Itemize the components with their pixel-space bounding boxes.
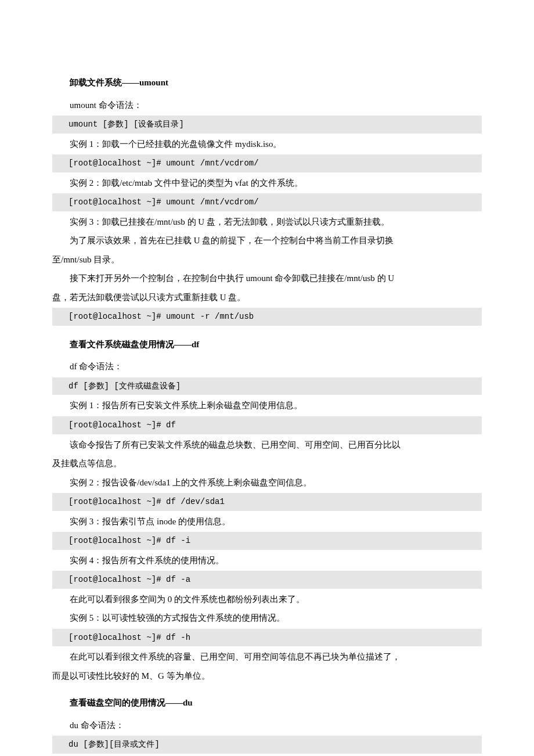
code-block: [root@localhost ~]# df -i — [52, 532, 482, 550]
code-block: [root@localhost ~]# df /dev/sda1 — [52, 493, 482, 511]
paragraph: 实例 5：以可读性较强的方式报告文件系统的使用情况。 — [52, 610, 482, 627]
text: 在此可以看到很文件系统的容量、已用空间、可用空间等信息不再已块为单位描述了， — [70, 652, 400, 661]
text: 接下来打开另外一个控制台，在控制台中执行 umount 命令卸载已挂接在/mnt… — [70, 273, 394, 283]
heading-df: 查看文件系统磁盘使用情况——df — [52, 336, 482, 353]
paragraph: umount 命令语法： — [52, 97, 482, 114]
paragraph: du 命令语法： — [52, 717, 482, 734]
paragraph: 实例 1：报告所有已安装文件系统上剩余磁盘空间使用信息。 — [52, 397, 482, 414]
paragraph: 至/mnt/sub 目录。 — [52, 251, 482, 268]
paragraph: 盘，若无法卸载便尝试以只读方式重新挂载 U 盘。 — [52, 289, 482, 306]
code-block: [root@localhost ~]# df -h — [52, 629, 482, 647]
paragraph: df 命令语法： — [52, 358, 482, 375]
paragraph: 实例 2：卸载/etc/mtab 文件中登记的类型为 vfat 的文件系统。 — [52, 175, 482, 192]
paragraph: 实例 3：卸载已挂接在/mnt/usb 的 U 盘，若无法卸载，则尝试以只读方式… — [52, 214, 482, 231]
paragraph: 实例 4：报告所有文件系统的使用情况。 — [52, 552, 482, 569]
document-page: 卸载文件系统——umount umount 命令语法： umount [参数] … — [0, 0, 534, 756]
paragraph: 及挂载点等信息。 — [52, 455, 482, 472]
heading-du: 查看磁盘空间的使用情况——du — [52, 694, 482, 711]
paragraph: 该命令报告了所有已安装文件系统的磁盘总块数、已用空间、可用空间、已用百分比以 — [52, 437, 482, 453]
code-block: [root@localhost ~]# df — [52, 416, 482, 434]
paragraph: 实例 1：卸载一个已经挂载的光盘镜像文件 mydisk.iso。 — [52, 136, 482, 153]
heading-umount: 卸载文件系统——umount — [52, 74, 482, 91]
paragraph: 为了展示该效果，首先在已挂载 U 盘的前提下，在一个控制台中将当前工作目录切换 — [52, 232, 482, 249]
code-block: [root@localhost ~]# umount -r /mnt/usb — [52, 308, 482, 326]
paragraph: 在此可以看到很文件系统的容量、已用空间、可用空间等信息不再已块为单位描述了， — [52, 649, 482, 665]
paragraph: 而是以可读性比较好的 M、G 等为单位。 — [52, 668, 482, 685]
code-block: [root@localhost ~]# df -a — [52, 571, 482, 589]
paragraph: 实例 2：报告设备/dev/sda1 上的文件系统上剩余磁盘空间信息。 — [52, 474, 482, 491]
code-block: umount [参数] [设备或目录] — [52, 116, 482, 134]
paragraph: 在此可以看到很多空间为 0 的文件系统也都纷纷列表出来了。 — [52, 591, 482, 608]
code-block: [root@localhost ~]# umount /mnt/vcdrom/ — [52, 154, 482, 172]
paragraph: 接下来打开另外一个控制台，在控制台中执行 umount 命令卸载已挂接在/mnt… — [52, 270, 482, 287]
code-block: du [参数][目录或文件] — [52, 736, 482, 754]
code-block: df [参数] [文件或磁盘设备] — [52, 377, 482, 395]
text: 为了展示该效果，首先在已挂载 U 盘的前提下，在一个控制台中将当前工作目录切换 — [70, 236, 394, 245]
paragraph: 实例 3：报告索引节点 inode 的使用信息。 — [52, 513, 482, 530]
text: 该命令报告了所有已安装文件系统的磁盘总块数、已用空间、可用空间、已用百分比以 — [70, 440, 400, 449]
code-block: [root@localhost ~]# umount /mnt/vcdrom/ — [52, 193, 482, 211]
